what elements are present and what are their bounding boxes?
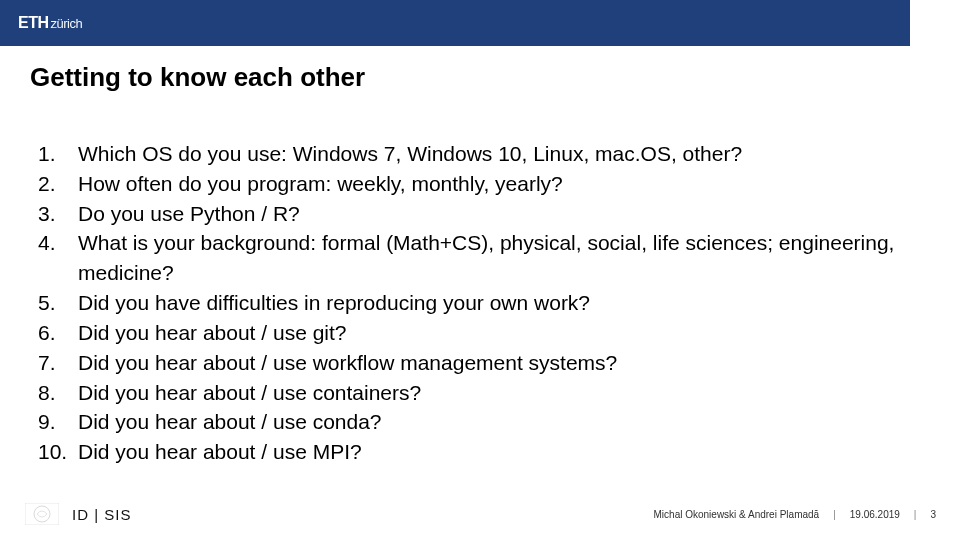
list-item: Did you hear about / use git? <box>38 318 920 348</box>
footer-separator: | <box>914 509 917 520</box>
footer-date: 19.06.2019 <box>850 509 900 520</box>
list-item: Did you hear about / use conda? <box>38 407 920 437</box>
footer-page: 3 <box>930 509 936 520</box>
slide-title: Getting to know each other <box>0 46 960 93</box>
svg-point-1 <box>34 506 50 522</box>
list-item: Did you have difficulties in reproducing… <box>38 288 920 318</box>
seal-icon <box>22 502 62 526</box>
list-item: Do you use Python / R? <box>38 199 920 229</box>
list-item: Did you hear about / use containers? <box>38 378 920 408</box>
footer-authors: Michal Okoniewski & Andrei Plamadă <box>654 509 820 520</box>
list-item: Did you hear about / use MPI? <box>38 437 920 467</box>
logo-main: ETH <box>18 14 49 31</box>
list-item: Which OS do you use: Windows 7, Windows … <box>38 139 920 169</box>
header-bar: ETHzürich <box>0 0 910 46</box>
eth-logo: ETHzürich <box>18 14 82 32</box>
list-item: Did you hear about / use workflow manage… <box>38 348 920 378</box>
logo-sub: zürich <box>51 16 83 31</box>
content-area: Which OS do you use: Windows 7, Windows … <box>0 93 960 467</box>
slide: ETHzürich Getting to know each other Whi… <box>0 0 960 540</box>
footer-department: ID | SIS <box>72 506 131 523</box>
list-item: How often do you program: weekly, monthl… <box>38 169 920 199</box>
question-list: Which OS do you use: Windows 7, Windows … <box>38 139 920 467</box>
footer-separator: | <box>833 509 836 520</box>
footer: ID | SIS Michal Okoniewski & Andrei Plam… <box>0 502 960 526</box>
list-item: What is your background: formal (Math+CS… <box>38 228 920 288</box>
footer-right: Michal Okoniewski & Andrei Plamadă | 19.… <box>654 509 960 520</box>
